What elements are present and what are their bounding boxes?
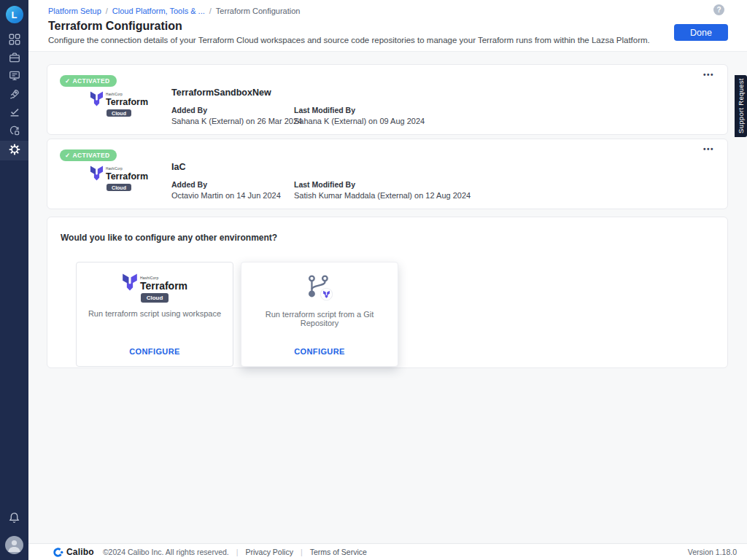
support-request-tab[interactable]: Support Request xyxy=(735,75,747,137)
calibo-brand-name: Calibo xyxy=(66,547,94,557)
configure-environment-section: Would you like to configure any other en… xyxy=(47,217,728,368)
modified-by-label: Last Modified By xyxy=(294,106,425,114)
notifications-bell-icon[interactable] xyxy=(8,512,20,527)
added-by-label: Added By xyxy=(171,106,294,114)
status-badge: ✓ ACTIVATED xyxy=(60,75,117,87)
done-button[interactable]: Done xyxy=(674,24,728,41)
sync-cube-icon xyxy=(9,125,20,139)
configure-options: HashiCorp Terraform Cloud Run terraform … xyxy=(76,262,714,367)
terraform-mark-icon xyxy=(90,166,104,181)
terms-of-service-link[interactable]: Terms of Service xyxy=(310,548,367,556)
workspace-card-terraformsandboxnew: ✓ ACTIVATED HashiCorp Terraform Cloud Te… xyxy=(47,64,728,135)
status-label: ACTIVATED xyxy=(73,77,110,85)
git-terraform-icon xyxy=(306,271,333,303)
configure-question: Would you like to configure any other en… xyxy=(61,233,714,243)
terraform-mark-icon xyxy=(90,91,104,106)
cloud-badge: Cloud xyxy=(141,293,169,303)
privacy-policy-link[interactable]: Privacy Policy xyxy=(246,548,293,556)
sidebar-item-feedback[interactable] xyxy=(0,68,28,86)
hashicorp-label: HashiCorp xyxy=(106,93,148,97)
monitor-chat-icon xyxy=(9,70,20,85)
breadcrumb: Platform Setup / Cloud Platform, Tools &… xyxy=(48,7,728,15)
workspace-name: TerraformSandboxNew xyxy=(171,88,271,98)
help-icon[interactable]: ? xyxy=(713,4,724,15)
cloud-badge: Cloud xyxy=(107,184,131,191)
option-card-git-repository[interactable]: Run terraform script from a Git Reposito… xyxy=(241,262,398,367)
user-avatar[interactable] xyxy=(5,536,23,554)
terraform-cloud-logo: HashiCorp Terraform Cloud xyxy=(84,91,154,117)
rocket-launch-icon xyxy=(9,88,20,103)
gear-icon xyxy=(9,144,20,158)
modified-by-value: Sahana K (External) on 09 Aug 2024 xyxy=(294,117,425,125)
added-by-value: Octavio Martin on 14 Jun 2024 xyxy=(171,191,294,200)
status-label: ACTIVATED xyxy=(73,152,110,159)
terraform-label: Terraform xyxy=(106,172,148,182)
terraform-label: Terraform xyxy=(140,281,187,291)
version-label: Version 1.18.0 xyxy=(688,548,737,556)
main-content: ✓ ACTIVATED HashiCorp Terraform Cloud Te… xyxy=(28,52,747,543)
check-icon: ✓ xyxy=(65,152,71,159)
briefcase-icon xyxy=(9,52,20,66)
check-icon: ✓ xyxy=(65,77,71,85)
footer: Calibo ©2024 Calibo Inc. All rights rese… xyxy=(28,543,747,560)
apps-grid-icon xyxy=(9,34,20,48)
option-card-terraform-workspace[interactable]: HashiCorp Terraform Cloud Run terraform … xyxy=(76,262,233,367)
breadcrumb-separator: / xyxy=(209,7,212,15)
sidebar: L xyxy=(0,0,28,560)
hashicorp-label: HashiCorp xyxy=(106,168,148,171)
sidebar-item-apps[interactable] xyxy=(0,31,28,50)
breadcrumb-cloud-platform[interactable]: Cloud Platform, Tools & ... xyxy=(112,7,205,15)
added-by-value: Sahana K (External) on 26 Mar 2024 xyxy=(171,117,294,125)
card-menu-icon[interactable]: ••• xyxy=(703,71,714,79)
workspace-card-iac: ✓ ACTIVATED HashiCorp Terraform Cloud Ia… xyxy=(47,139,728,209)
calibo-logo-icon xyxy=(53,547,63,558)
lazsa-logo[interactable]: L xyxy=(6,6,23,23)
card-menu-icon[interactable]: ••• xyxy=(703,145,714,153)
breadcrumb-platform-setup[interactable]: Platform Setup xyxy=(48,7,101,15)
calibo-brand: Calibo xyxy=(53,547,94,558)
page-title: Terraform Configuration xyxy=(48,20,728,33)
configure-git-button[interactable]: CONFIGURE xyxy=(241,347,398,356)
breadcrumb-separator: / xyxy=(106,7,108,15)
sidebar-item-iterate[interactable] xyxy=(0,122,28,141)
check-line-icon xyxy=(9,106,20,121)
copyright-text: ©2024 Calibo Inc. All rights reserved. xyxy=(103,548,229,556)
option-label: Run terraform script using workspace xyxy=(78,309,231,318)
footer-separator: | xyxy=(236,548,239,556)
sidebar-item-quality[interactable] xyxy=(0,104,28,122)
configure-workspace-button[interactable]: CONFIGURE xyxy=(77,347,233,356)
sidebar-nav xyxy=(0,31,28,160)
sidebar-item-launch[interactable] xyxy=(0,86,28,104)
footer-separator: | xyxy=(301,548,303,556)
workspace-name: IaC xyxy=(171,162,185,172)
modified-by-label: Last Modified By xyxy=(294,180,471,189)
modified-by-value: Satish Kumar Maddala (External) on 12 Au… xyxy=(294,191,471,200)
sidebar-item-settings[interactable] xyxy=(0,141,28,160)
terraform-mark-icon xyxy=(122,273,138,291)
terraform-cloud-logo: HashiCorp Terraform Cloud xyxy=(84,166,154,191)
added-by-label: Added By xyxy=(171,180,294,189)
terraform-label: Terraform xyxy=(106,98,148,107)
status-badge: ✓ ACTIVATED xyxy=(60,149,117,161)
page-header: Platform Setup / Cloud Platform, Tools &… xyxy=(28,0,747,52)
cloud-badge: Cloud xyxy=(107,109,131,117)
workspace-meta: Added By Octavio Martin on 14 Jun 2024 L… xyxy=(171,180,471,200)
sidebar-item-workspace[interactable] xyxy=(0,50,28,68)
sidebar-bottom xyxy=(5,512,23,554)
breadcrumb-current: Terraform Configuration xyxy=(216,7,301,15)
terraform-cloud-logo: HashiCorp Terraform Cloud xyxy=(120,273,190,303)
workspace-meta: Added By Sahana K (External) on 26 Mar 2… xyxy=(171,106,425,125)
option-label: Run terraform script from a Git Reposito… xyxy=(241,310,398,327)
page-subtitle: Configure the connection details of your… xyxy=(48,36,728,44)
